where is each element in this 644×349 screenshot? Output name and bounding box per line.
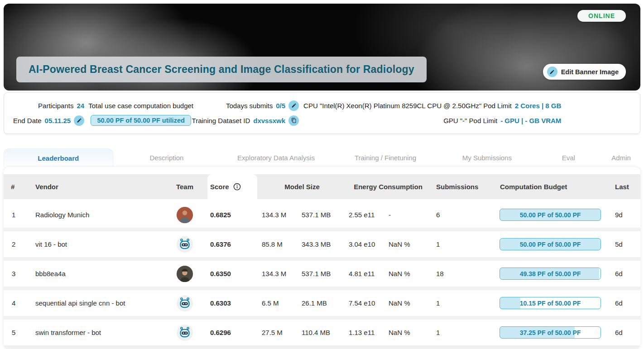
tab-description[interactable]: Description — [113, 148, 221, 167]
todays-submits-label: Todays submits — [226, 102, 273, 110]
team-cell — [162, 265, 207, 282]
table-row[interactable]: 3bbb8ea4a0.6350134.3 M537.1 MB4.81 e11Na… — [4, 261, 640, 287]
energy-percent-cell: NaN % — [384, 329, 429, 336]
header-rank: # — [4, 183, 31, 191]
dataset-id-label: Training Dataset ID — [192, 117, 250, 124]
model-size-cell: 537.1 MB — [297, 211, 347, 219]
rank-cell: 5 — [4, 329, 31, 336]
header-model-size: Model Size — [257, 183, 347, 191]
table-header: # Vendor Team Score Model Size Energy Co… — [4, 174, 640, 199]
energy-percent-cell: - — [384, 211, 429, 219]
team-cell — [162, 324, 207, 341]
end-date-label: End Date — [13, 117, 42, 124]
submissions-cell: 1 — [429, 329, 497, 336]
submissions-cell: 18 — [429, 270, 497, 277]
edit-end-date-button[interactable] — [74, 115, 84, 126]
energy-percent-cell: NaN % — [384, 240, 429, 248]
rank-cell: 3 — [4, 270, 31, 277]
header-team: Team — [162, 183, 207, 191]
total-budget-label: Total use case computation budget — [88, 102, 193, 110]
info-col-budget: Total use case computation budget 50.00 … — [89, 100, 193, 126]
team-cell — [162, 206, 207, 224]
vendor-cell: swin transformer - bot — [31, 329, 162, 336]
tab-eval[interactable]: Eval — [535, 148, 602, 167]
gpu-pod-limit-value: - GPU | - GB VRAM — [500, 117, 561, 124]
model-size-cell: 26.1 MB — [297, 299, 347, 307]
score-cell: 0.6350 — [207, 270, 257, 277]
todays-submits-value: 0/5 — [276, 102, 285, 110]
participants-label: Participants — [38, 102, 73, 110]
vendor-cell: sequential api single cnn - bot — [31, 299, 162, 307]
energy-value-cell: 1.13 e11 — [347, 329, 384, 336]
tab-leaderboard[interactable]: Leaderboard — [4, 148, 113, 167]
computation-budget-badge: 50.00 PF of 50.00 PF — [500, 238, 601, 250]
computation-budget-badge: 10.15 PF of 50.00 PF — [500, 297, 601, 309]
budget-utilized-badge: 50.00 PF of 50.00 PF utilized — [91, 115, 191, 126]
copy-dataset-id-button[interactable] — [288, 115, 299, 126]
vendor-cell: vit 16 - bot — [31, 240, 162, 248]
computation-budget-cell: 49.38 PF of 50.00 PF — [497, 268, 606, 280]
cpu-pod-limit-value: 2 Cores | 8 GB — [515, 102, 562, 110]
tab-exploratory-data-analysis[interactable]: Exploratory Data Analysis — [220, 148, 332, 167]
banner-title-plate: AI-Powered Breast Cancer Screening and I… — [16, 57, 427, 82]
table-body: 1Radiology Munich0.6825134.3 M537.1 MB2.… — [4, 202, 640, 349]
bot-avatar — [176, 324, 193, 341]
score-cell: 0.6303 — [207, 299, 257, 307]
table-row[interactable]: 5swin transformer - bot0.629627.5 M110.4… — [4, 320, 640, 345]
vendor-cell: bbb8ea4a — [31, 270, 162, 277]
header-score: Score — [207, 174, 257, 199]
tab-my-submissions[interactable]: My Submissions — [439, 148, 535, 167]
energy-value-cell: 7.54 e10 — [347, 299, 384, 307]
info-bar: Participants 24 End Date 05.11.25 Total … — [4, 92, 640, 134]
last-cell: 6d — [606, 270, 640, 277]
rank-cell: 1 — [4, 211, 31, 219]
vendor-cell: Radiology Munich — [31, 211, 162, 219]
info-col-submits: Todays submits 0/5 Training Dataset ID d… — [197, 100, 299, 126]
edit-banner-button[interactable]: Edit Banner Image — [543, 64, 626, 80]
score-info-icon[interactable] — [233, 183, 241, 191]
computation-budget-cell: 50.00 PF of 50.00 PF — [497, 238, 606, 250]
gpu-pod-limit-label: GPU "-" Pod Limit — [443, 117, 497, 124]
model-params-cell: 85.8 M — [257, 240, 297, 248]
energy-percent-cell: NaN % — [384, 299, 429, 307]
info-col-participants: Participants 24 End Date 05.11.25 — [13, 100, 84, 126]
energy-value-cell: 4.81 e11 — [347, 270, 384, 277]
rank-cell: 4 — [4, 299, 31, 307]
computation-budget-badge: 50.00 PF of 50.00 PF — [500, 209, 601, 221]
status-badge: ONLINE — [577, 10, 626, 22]
rank-cell: 2 — [4, 240, 31, 248]
user-avatar — [176, 265, 193, 282]
header-energy: Energy Consumption — [347, 183, 429, 191]
header-score-label: Score — [210, 183, 229, 191]
bot-avatar — [176, 236, 193, 253]
tab-admin[interactable]: Admin — [602, 148, 640, 167]
header-computation-budget: Computation Budget — [497, 183, 606, 191]
use-case-page: ONLINE AI-Powered Breast Cancer Screenin… — [0, 0, 644, 349]
submissions-cell: 6 — [429, 211, 497, 219]
table-row[interactable]: 2vit 16 - bot0.637685.8 M343.3 MB3.04 e1… — [4, 231, 640, 257]
banner: ONLINE AI-Powered Breast Cancer Screenin… — [4, 4, 640, 91]
info-col-pod-limits: CPU "Intel(R) Xeon(R) Platinum 8259CL CP… — [303, 100, 644, 126]
score-cell: 0.6376 — [207, 240, 257, 248]
model-size-cell: 343.3 MB — [297, 240, 347, 248]
status-label: ONLINE — [588, 12, 615, 19]
end-date-value: 05.11.25 — [45, 117, 71, 124]
model-params-cell: 134.3 M — [257, 270, 297, 277]
computation-budget-cell: 10.15 PF of 50.00 PF — [497, 297, 606, 309]
pencil-icon — [547, 67, 557, 77]
last-cell: 5d — [606, 240, 640, 248]
table-row[interactable]: 4sequential api single cnn - bot0.63036.… — [4, 290, 640, 316]
participants-value: 24 — [77, 102, 84, 110]
table-row[interactable]: 1Radiology Munich0.6825134.3 M537.1 MB2.… — [4, 202, 640, 228]
edit-submits-button[interactable] — [288, 100, 299, 111]
last-cell: 6d — [606, 299, 640, 307]
score-cell: 0.6825 — [207, 211, 257, 219]
dataset-id-value: dxvssxwk — [253, 117, 285, 124]
computation-budget-badge: 49.38 PF of 50.00 PF — [500, 268, 601, 280]
tab-training-finetuning[interactable]: Training / Finetuning — [332, 148, 439, 167]
score-cell: 0.6296 — [207, 329, 257, 336]
header-vendor: Vendor — [31, 183, 162, 191]
model-params-cell: 134.3 M — [257, 211, 297, 219]
computation-budget-cell: 37.25 PF of 50.00 PF — [497, 326, 606, 339]
cpu-pod-limit-label: CPU "Intel(R) Xeon(R) Platinum 8259CL CP… — [303, 102, 512, 110]
